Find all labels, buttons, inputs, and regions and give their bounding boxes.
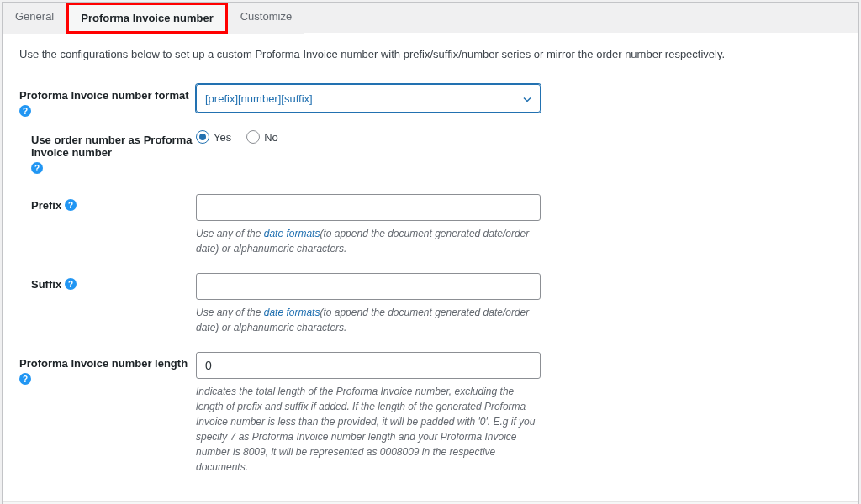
radio-label: Yes bbox=[214, 131, 231, 144]
settings-panel: General Proforma Invoice number Customiz… bbox=[2, 2, 859, 504]
tab-content: Use the configurations below to set up a… bbox=[3, 33, 858, 501]
radio-no[interactable]: No bbox=[246, 130, 278, 144]
tabs: General Proforma Invoice number Customiz… bbox=[3, 3, 858, 33]
help-icon[interactable]: ? bbox=[65, 199, 77, 211]
help-icon[interactable]: ? bbox=[19, 373, 31, 385]
label-text: Suffix bbox=[31, 278, 61, 291]
help-icon[interactable]: ? bbox=[65, 278, 77, 290]
format-select-wrapper: [prefix][number][suffix] bbox=[196, 84, 541, 113]
radio-input bbox=[246, 130, 260, 144]
label-suffix: Suffix ? bbox=[19, 273, 196, 291]
label-prefix: Prefix ? bbox=[19, 194, 196, 212]
label-text: Proforma Invoice number format bbox=[19, 89, 189, 102]
help-icon[interactable]: ? bbox=[19, 105, 31, 117]
row-use-order-number: Use order number as Proforma Invoice num… bbox=[19, 129, 842, 174]
prefix-hint: Use any of the date formats(to append th… bbox=[196, 226, 541, 256]
label-text: Use order number as Proforma Invoice num… bbox=[31, 134, 196, 159]
label-number-length: Proforma Invoice number length ? bbox=[19, 352, 196, 385]
suffix-hint: Use any of the date formats(to append th… bbox=[196, 305, 541, 335]
row-suffix: Suffix ? Use any of the date formats(to … bbox=[19, 273, 842, 335]
tab-general[interactable]: General bbox=[3, 3, 66, 34]
radio-label: No bbox=[264, 131, 278, 144]
row-number-format: Proforma Invoice number format ? [prefix… bbox=[19, 84, 842, 117]
radio-group-use-order: Yes No bbox=[196, 129, 541, 144]
intro-text: Use the configurations below to set up a… bbox=[19, 48, 842, 60]
row-number-length: Proforma Invoice number length ? Indicat… bbox=[19, 352, 842, 475]
control-number-format: [prefix][number][suffix] bbox=[196, 84, 541, 113]
tab-customize[interactable]: Customize bbox=[228, 3, 304, 34]
length-hint: Indicates the total length of the Profor… bbox=[196, 384, 541, 475]
label-use-order-number: Use order number as Proforma Invoice num… bbox=[19, 129, 196, 174]
date-formats-link[interactable]: date formats bbox=[264, 228, 320, 239]
format-select[interactable]: [prefix][number][suffix] bbox=[197, 85, 540, 112]
radio-yes[interactable]: Yes bbox=[196, 130, 231, 144]
date-formats-link[interactable]: date formats bbox=[264, 307, 320, 318]
label-number-format: Proforma Invoice number format ? bbox=[19, 84, 196, 117]
help-icon[interactable]: ? bbox=[31, 162, 43, 174]
label-text: Proforma Invoice number length bbox=[19, 357, 188, 370]
tab-proforma-invoice-number[interactable]: Proforma Invoice number bbox=[66, 3, 227, 34]
length-input[interactable] bbox=[196, 352, 541, 379]
radio-input bbox=[196, 130, 209, 144]
row-prefix: Prefix ? Use any of the date formats(to … bbox=[19, 194, 842, 256]
suffix-input[interactable] bbox=[196, 273, 541, 300]
label-text: Prefix bbox=[31, 199, 61, 212]
prefix-input[interactable] bbox=[196, 194, 541, 221]
